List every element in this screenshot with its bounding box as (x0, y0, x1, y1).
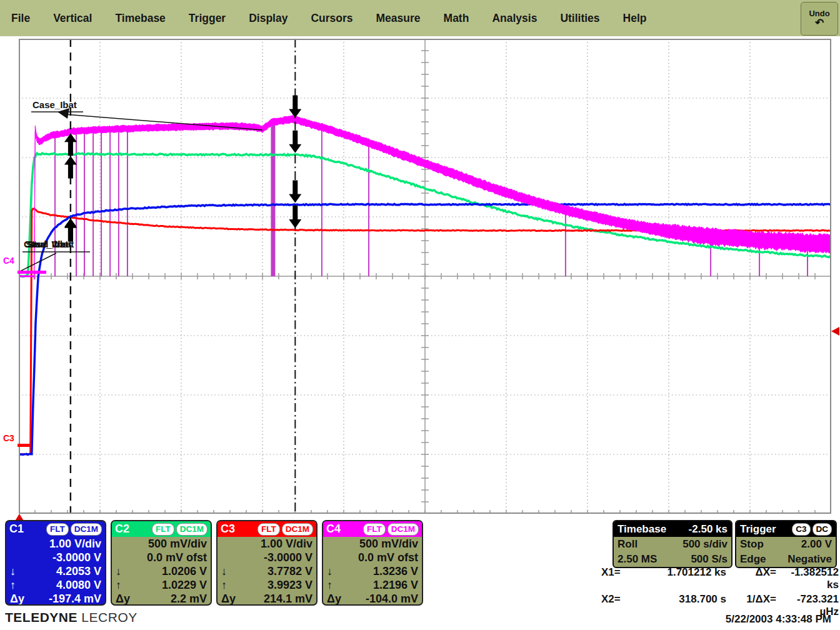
timebase-offset: -2.50 ks (689, 523, 728, 536)
channel-row: -3.0000 V (6, 551, 105, 564)
row-value: 1.00 V/div (261, 537, 312, 551)
channel-box-row: C1FLTDC1M1.00 V/div-3.0000 V↓4.2053 V↑4.… (5, 520, 423, 606)
cursor-down-arrow (289, 181, 301, 203)
row-label: Stop (740, 537, 764, 552)
menu-item-file[interactable]: File (11, 12, 30, 25)
timebase-title: Timebase (618, 523, 666, 536)
info-row: Stop2.00 V (736, 537, 836, 552)
x1-label: X1= (601, 566, 634, 591)
row-label: Edge (740, 552, 766, 567)
row-symbol: ↓ (221, 564, 227, 578)
channel-box-c3[interactable]: C3FLTDC1M1.00 V/div-3.0000 V↓3.7782 V↑3.… (216, 520, 318, 606)
channel-row: Δy2.2 mV (112, 592, 211, 606)
row-value: 4.0080 V (56, 578, 101, 592)
channel-row: Δy-104.0 mV (323, 592, 422, 606)
channel-badges: FLTDC1M (46, 523, 102, 536)
menu-item-display[interactable]: Display (249, 12, 288, 25)
row-value: 0.0 mV ofst (147, 551, 207, 564)
timebase-header: Timebase -2.50 ks (614, 521, 731, 537)
channel-row: ↓1.0206 V (112, 564, 211, 578)
info-row: EdgeNegative (736, 552, 836, 567)
channel-row: ↑1.0229 V (112, 578, 211, 592)
cursor-down-arrow (289, 131, 301, 153)
trigger-badges: C3DC (792, 523, 832, 536)
row-value: 3.9923 V (268, 578, 312, 592)
row-value: -104.0 mV (366, 592, 418, 606)
channel-box-c4[interactable]: C4FLTDC1M500 mV/div0.0 mV ofst↓1.3236 V↑… (322, 520, 423, 606)
menu-item-cursors[interactable]: Cursors (311, 12, 352, 25)
row-value: 500 S/s (691, 552, 728, 567)
row-value: 2.2 mV (171, 592, 207, 606)
channel-name: C1 (9, 522, 24, 536)
row-value: 2.00 V (801, 537, 832, 552)
channel-row: ↓4.2053 V (6, 564, 105, 578)
row-value: 1.2196 V (373, 578, 418, 592)
menu-item-vertical[interactable]: Vertical (53, 12, 92, 25)
trigger-level-marker-icon[interactable] (831, 327, 839, 336)
zero-marker-label-c4[interactable]: C4 (3, 256, 14, 266)
channel-row: Δy214.1 mV (218, 592, 316, 606)
channel-row: ↓3.7782 V (218, 564, 316, 578)
channel-header-c2: C2FLTDC1M (112, 521, 211, 537)
row-symbol: ↑ (10, 578, 16, 592)
channel-box-c1[interactable]: C1FLTDC1M1.00 V/div-3.0000 V↓4.2053 V↑4.… (5, 520, 106, 606)
brand-light: LECROY (81, 610, 137, 624)
menu-item-utilities[interactable]: Utilities (560, 12, 599, 25)
cursor-down-arrow (289, 95, 301, 118)
row-symbol: Δy (116, 592, 130, 606)
timebase-box[interactable]: Timebase -2.50 ks Roll500 s/div2.50 MS50… (612, 520, 732, 568)
x2-label: X2= (601, 593, 634, 618)
zero-marker-label-c3[interactable]: C3 (3, 433, 14, 443)
channel-box-c2[interactable]: C2FLTDC1M500 mV/div0.0 mV ofst↓1.0206 V↑… (111, 520, 212, 606)
trigger-box[interactable]: Trigger C3DC Stop2.00 VEdgeNegative (735, 520, 837, 568)
row-value: 1.0206 V (162, 564, 207, 578)
dx-label: ΔX= (726, 566, 776, 591)
brand-logo: TELEDYNE LECROY (5, 610, 138, 625)
channel-row: 0.0 mV ofst (323, 551, 422, 564)
row-value: 500 mV/div (148, 537, 207, 551)
channel-badges: FLTDC1M (258, 523, 313, 536)
row-symbol: Δy (10, 592, 24, 606)
channel-row: -3.0000 V (218, 551, 316, 564)
channel-row: ↑3.9923 V (218, 578, 316, 592)
menu-item-math[interactable]: Math (444, 12, 469, 25)
menu-item-analysis[interactable]: Analysis (492, 12, 537, 25)
x1-value: 1.701212 ks (634, 566, 726, 591)
badge-flt: FLT (258, 523, 280, 536)
trigger-header: Trigger C3DC (736, 521, 836, 537)
badge-dc1m: DC1M (388, 523, 419, 536)
undo-icon: ↶ (815, 18, 824, 28)
dx-value: -1.382512 ks (776, 566, 839, 591)
row-value: -197.4 mV (49, 592, 101, 606)
trigger-rows: Stop2.00 VEdgeNegative (736, 537, 836, 567)
channel-name: C4 (326, 522, 341, 536)
row-symbol: ↑ (221, 578, 227, 592)
channel-row: ↑4.0080 V (6, 578, 105, 592)
timebase-rows: Roll500 s/div2.50 MS500 S/s (614, 537, 731, 567)
undo-button[interactable]: Undo ↶ (801, 2, 838, 36)
menu-item-trigger[interactable]: Trigger (189, 12, 226, 25)
cursor-up-arrow (64, 156, 77, 179)
zero-marker-bar-c4 (18, 271, 46, 274)
badge-flt: FLT (152, 523, 174, 536)
menu-item-help[interactable]: Help (623, 12, 647, 25)
row-value: 214.1 mV (264, 592, 312, 606)
channel-header-c1: C1FLTDC1M (6, 521, 105, 537)
channel-row: Δy-197.4 mV (6, 592, 105, 606)
waveform-svg[interactable]: Case_IbatCase_VbatStud_IbatStud_Vbat (19, 39, 831, 514)
row-value: -3.0000 V (264, 551, 312, 564)
row-symbol: ↓ (327, 564, 332, 578)
row-symbol: Δy (221, 592, 236, 606)
badge-flt: FLT (363, 523, 386, 536)
channel-row: ↑1.2196 V (323, 578, 422, 592)
cursor-up-arrow (64, 133, 77, 156)
row-symbol: Δy (327, 592, 341, 606)
channel-row: ↓1.3236 V (323, 564, 422, 578)
menu-item-timebase[interactable]: Timebase (115, 12, 165, 25)
label-case-ibat: Case_Ibat (32, 99, 77, 110)
channel-row: 500 mV/div (323, 537, 422, 551)
brand-bold: TELEDYNE (5, 610, 78, 624)
waveform-graticule[interactable]: Case_IbatCase_VbatStud_IbatStud_Vbat (19, 39, 831, 514)
menu-item-measure[interactable]: Measure (376, 12, 421, 25)
row-value: 0.0 mV ofst (358, 551, 418, 564)
